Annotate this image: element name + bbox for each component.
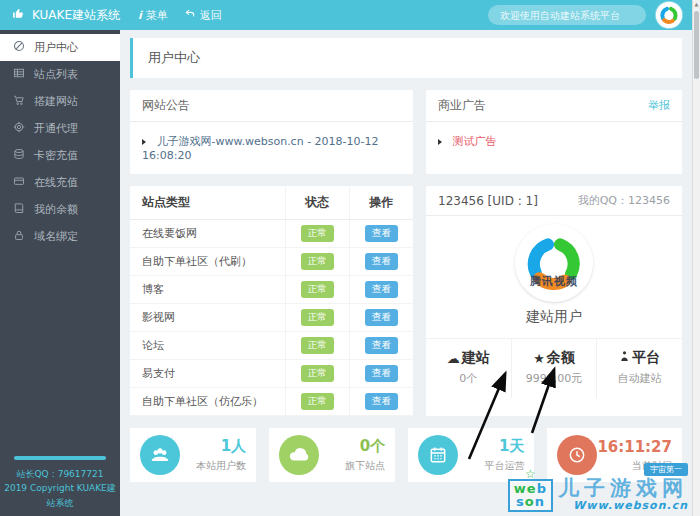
status-badge: 正常 — [301, 337, 334, 354]
table-row: 自助下单社区（仿亿乐） 正常 查看 — [130, 388, 413, 416]
table-row: 自助下单社区（代刷） 正常 查看 — [130, 248, 413, 276]
person-icon — [619, 350, 630, 366]
scrollbar-up-arrow[interactable]: ▲ — [693, 0, 700, 9]
info-icon: i — [138, 9, 142, 22]
status-badge: 正常 — [301, 281, 334, 298]
vertical-scrollbar[interactable]: ▲ — [692, 0, 700, 516]
status-badge: 正常 — [301, 365, 334, 382]
header-menu: i 菜单 返回 — [138, 8, 222, 23]
app-window: KUAKE建站系统 i 菜单 返回 — [0, 0, 700, 516]
cloud-icon: ☁ — [447, 351, 460, 366]
sidebar-footer: 站长QQ：79617721 2019 Copyright KUAKE建站系统 — [0, 456, 120, 510]
cloud-icon — [279, 435, 319, 475]
scrollbar-thumb[interactable] — [694, 11, 699, 79]
sidebar-item-user-center[interactable]: 用户中心 — [0, 34, 120, 61]
card-sites: 0个 旗下站点 — [269, 428, 395, 482]
app-title: KUAKE建站系统 — [32, 7, 120, 24]
page-title: 用户中心 — [130, 38, 682, 78]
announcement-title: 网站公告 — [142, 97, 190, 114]
status-badge: 正常 — [301, 309, 334, 326]
bullet-triangle-icon — [142, 139, 146, 145]
thumbs-up-icon — [12, 7, 25, 23]
sidebar-item-site-list[interactable]: 站点列表 — [0, 61, 120, 88]
webmaster-qq: 站长QQ：79617721 — [0, 467, 120, 481]
back-arrow-icon — [184, 8, 196, 22]
announcement-link[interactable]: 儿子游戏网-www.webson.cn - 2018-10-12 16:08:2… — [142, 135, 379, 162]
ads-panel: 商业广告 举报 测试广告 — [426, 90, 682, 174]
table-row: 论坛 正常 查看 — [130, 332, 413, 360]
site-table: 站点类型 状态 操作 在线要饭网 正常 查看 自助下单社区（代刷） — [130, 186, 413, 416]
card-recharge-icon — [13, 148, 25, 163]
view-button[interactable]: 查看 — [365, 225, 398, 242]
profile-qq: 我的QQ：123456 — [578, 193, 670, 208]
online-recharge-icon — [13, 175, 25, 190]
sidebar-item-domain-bind[interactable]: 域名绑定 — [0, 223, 120, 250]
profile-stats: ☁ 建站 0个 ★ 余额 9999.00元 — [426, 338, 682, 398]
watermark-title: 儿子游戏网 — [558, 477, 688, 499]
ads-title: 商业广告 — [438, 97, 486, 114]
menu-button[interactable]: i 菜单 — [138, 8, 168, 23]
profile-panel: 123456 [UID : 1] 我的QQ：123456 腾讯视频 — [426, 186, 682, 416]
view-button[interactable]: 查看 — [365, 393, 398, 410]
user-avatar[interactable] — [656, 2, 682, 28]
sidebar-item-card-recharge[interactable]: 卡密充值 — [0, 142, 120, 169]
table-row: 影视网 正常 查看 — [130, 304, 413, 332]
user-center-icon — [13, 40, 25, 55]
report-link[interactable]: 举报 — [648, 98, 670, 113]
copyright: 2019 Copyright KUAKE建站系统 — [0, 481, 120, 510]
view-button[interactable]: 查看 — [365, 281, 398, 298]
sidebar: 用户中心 站点列表 搭建网站 开通代理 卡密充值 在线充值 — [0, 30, 120, 516]
col-action: 操作 — [349, 186, 413, 220]
stat-build: ☁ 建站 0个 — [426, 339, 511, 398]
back-button[interactable]: 返回 — [184, 8, 222, 23]
profile-role: 建站用户 — [426, 308, 682, 326]
col-site-type: 站点类型 — [130, 186, 285, 220]
status-badge: 正常 — [301, 393, 334, 410]
view-button[interactable]: 查看 — [365, 309, 398, 326]
calendar-icon — [418, 435, 458, 475]
view-button[interactable]: 查看 — [365, 253, 398, 270]
main-content: 用户中心 网站公告 儿子游戏网-www.webson.cn - 2018-10-… — [120, 30, 692, 516]
search-input[interactable] — [488, 5, 646, 25]
sidebar-item-agent[interactable]: 开通代理 — [0, 115, 120, 142]
table-row: 在线要饭网 正常 查看 — [130, 220, 413, 248]
app-logo: KUAKE建站系统 — [0, 7, 120, 24]
watermark: ☆ web son 宇宙第一 儿子游戏网 Www.webson.cn — [508, 457, 688, 512]
sidebar-item-build-site[interactable]: 搭建网站 — [0, 88, 120, 115]
balance-value: 9999.00元 — [512, 371, 597, 386]
profile-uid: 123456 [UID : 1] — [438, 194, 538, 208]
ad-link[interactable]: 测试广告 — [453, 135, 497, 148]
col-status: 状态 — [285, 186, 349, 220]
status-badge: 正常 — [301, 253, 334, 270]
balance-icon — [13, 202, 25, 217]
top-header: KUAKE建站系统 i 菜单 返回 — [0, 0, 692, 30]
stat-balance: ★ 余额 9999.00元 — [511, 339, 597, 398]
watermark-badge: 宇宙第一 — [644, 463, 688, 476]
view-button[interactable]: 查看 — [365, 337, 398, 354]
status-badge: 正常 — [301, 225, 334, 242]
users-icon — [140, 435, 180, 475]
lock-icon — [13, 229, 25, 244]
profile-avatar[interactable]: 腾讯视频 — [515, 224, 593, 302]
watermark-url: Www.webson.cn — [558, 499, 688, 512]
view-button[interactable]: 查看 — [365, 365, 398, 382]
agent-icon — [13, 121, 25, 136]
site-table-panel: 站点类型 状态 操作 在线要饭网 正常 查看 自助下单社区（代刷） — [130, 186, 413, 416]
star-outline-icon: ☆ — [525, 468, 536, 480]
sidebar-item-balance[interactable]: 我的余额 — [0, 196, 120, 223]
build-site-icon — [13, 94, 25, 109]
webson-logo: ☆ web son — [508, 479, 553, 512]
site-list-icon — [13, 67, 25, 82]
table-row: 易支付 正常 查看 — [130, 360, 413, 388]
sidebar-item-online-recharge[interactable]: 在线充值 — [0, 169, 120, 196]
footer-divider — [14, 456, 106, 460]
bullet-triangle-icon — [438, 139, 442, 145]
table-row: 博客 正常 查看 — [130, 276, 413, 304]
avatar-brand-text: 腾讯视频 — [515, 274, 593, 289]
card-users: 1人 本站用户数 — [130, 428, 256, 482]
current-time: 16:11:27 — [597, 438, 672, 456]
star-icon: ★ — [533, 351, 545, 366]
announcement-panel: 网站公告 儿子游戏网-www.webson.cn - 2018-10-12 16… — [130, 90, 413, 174]
stat-platform: 平台 自动建站 — [596, 339, 682, 398]
